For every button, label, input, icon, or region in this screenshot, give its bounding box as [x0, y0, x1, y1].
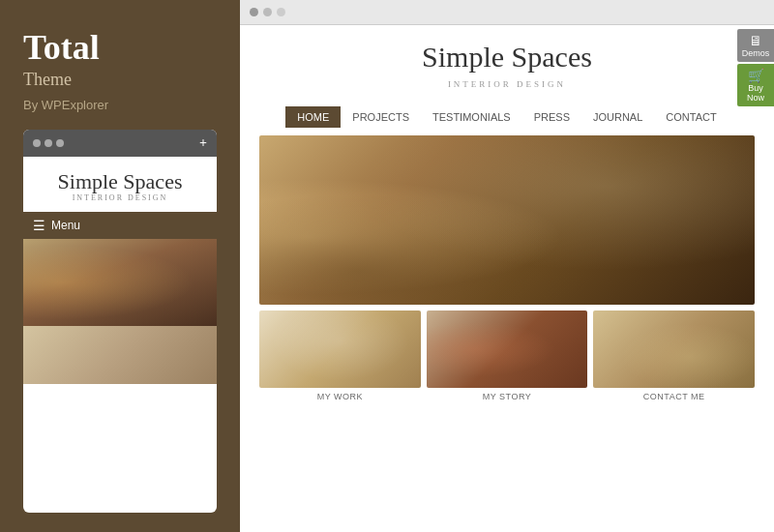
demos-label: Demos: [742, 48, 770, 58]
buy-label: Buy Now: [742, 83, 769, 103]
grid-label-work: MY WORK: [259, 392, 421, 401]
demos-button[interactable]: 🖥 Demos: [737, 29, 774, 62]
browser-chrome: [240, 0, 774, 25]
browser-dot-3: [277, 8, 285, 16]
grid-item-story: MY STORY: [427, 310, 588, 401]
mobile-logo-area: Simple Spaces Interior Design: [23, 157, 217, 212]
mobile-preview-card: + Simple Spaces Interior Design ☰ Menu: [23, 130, 217, 513]
img-decor-1: [259, 310, 421, 388]
img-decor-3: [593, 310, 755, 388]
grid-item-work: MY WORK: [259, 310, 421, 401]
grid-image-contact: [593, 310, 755, 388]
mobile-menu-bar[interactable]: ☰ Menu: [23, 212, 217, 239]
dot-3: [56, 139, 64, 147]
cart-icon: 🛒: [748, 68, 764, 83]
mobile-menu-label: Menu: [51, 219, 80, 232]
nav-journal[interactable]: JOURNAL: [581, 106, 654, 128]
grid-label-contact: CONTACT ME: [593, 392, 755, 401]
grid-item-contact: CONTACT ME: [593, 310, 755, 401]
grid-image-work: [259, 310, 421, 388]
hamburger-icon: ☰: [33, 218, 45, 233]
add-button[interactable]: +: [199, 135, 207, 151]
mobile-logo-text: Simple Spaces: [39, 170, 201, 193]
theme-author: By WPExplorer: [23, 98, 217, 112]
theme-title: Total: [23, 29, 217, 68]
dot-2: [45, 139, 52, 147]
website-logo-sub: Interior Design: [448, 79, 566, 89]
mobile-hero-inner: [23, 239, 217, 326]
website-logo-text: Simple Spaces: [240, 41, 774, 74]
hero-overlay: [259, 135, 755, 305]
nav-contact[interactable]: CONTACT: [654, 106, 728, 128]
website-nav: HOME PROJECTS TESTIMONIALS PRESS JOURNAL…: [240, 106, 774, 128]
nav-testimonials[interactable]: TESTIMONIALS: [421, 106, 522, 128]
buy-button[interactable]: 🛒 Buy Now: [737, 64, 774, 106]
grid-label-story: MY STORY: [427, 392, 588, 401]
sidebar: Total Theme By WPExplorer + Simple Space…: [0, 0, 240, 532]
mobile-logo-sub: Interior Design: [39, 193, 201, 202]
browser-dot-2: [263, 8, 272, 16]
side-buttons: 🖥 Demos 🛒 Buy Now: [737, 29, 774, 106]
browser-dot-1: [250, 8, 258, 16]
theme-subtitle: Theme: [23, 70, 217, 90]
mobile-topbar: +: [23, 130, 217, 157]
monitor-icon: 🖥: [749, 33, 762, 48]
nav-press[interactable]: PRESS: [522, 106, 581, 128]
hero-section: [240, 135, 774, 305]
mobile-hero-image: [23, 239, 217, 326]
nav-home[interactable]: HOME: [285, 106, 341, 128]
grid-image-story: [427, 310, 588, 388]
website-header: Simple Spaces Interior Design: [240, 25, 774, 99]
hero-image: [259, 135, 755, 305]
website-preview: Simple Spaces Interior Design HOME PROJE…: [240, 25, 774, 532]
bottom-grid: MY WORK MY STORY CONTACT ME: [240, 305, 774, 401]
img-decor-2: [427, 310, 588, 388]
main-area: 🖥 Demos 🛒 Buy Now Simple Spaces Interior…: [240, 0, 774, 532]
mobile-small-image: [23, 326, 217, 384]
nav-projects[interactable]: PROJECTS: [341, 106, 421, 128]
dot-1: [33, 139, 41, 147]
